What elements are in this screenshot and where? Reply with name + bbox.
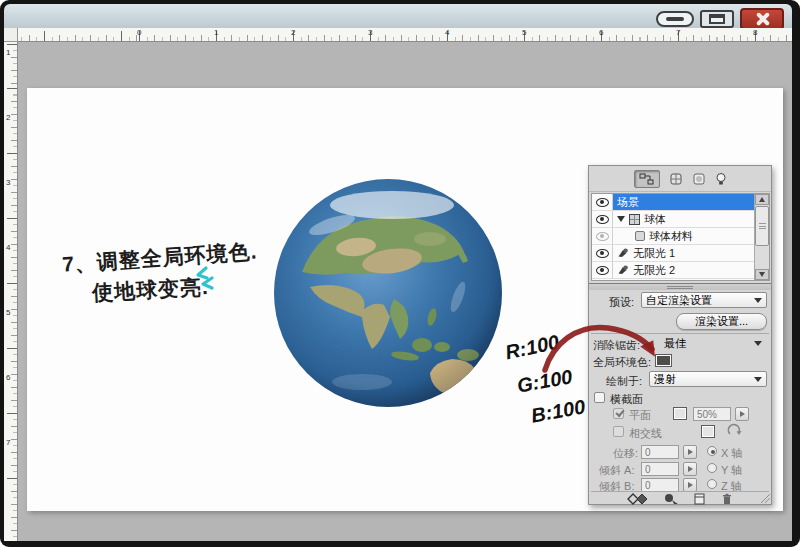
offset-value: 0 — [645, 447, 651, 458]
filter-light-button[interactable] — [715, 172, 727, 186]
ambient-color-label: 全局环境色: — [593, 355, 651, 370]
tree-row-sphere[interactable]: 球体 — [592, 211, 769, 228]
ruler-number: 4 — [6, 243, 10, 252]
plane-color-swatch[interactable] — [673, 407, 687, 420]
preset-label: 预设: — [609, 295, 634, 310]
tilt-b-field[interactable]: 0 — [641, 478, 679, 492]
preset-value: 自定渲染设置 — [646, 293, 750, 308]
plane-opacity-stepper[interactable] — [735, 407, 749, 421]
plane-label: 平面 — [629, 408, 651, 423]
offset-field[interactable]: 0 — [641, 445, 679, 459]
tree-row-light-2[interactable]: 无限光 2 — [592, 262, 769, 279]
scrollbar-thumb[interactable] — [755, 206, 769, 246]
chevron-down-icon — [754, 377, 762, 382]
minimize-icon — [666, 17, 684, 21]
tree-row-light-1[interactable]: 无限光 1 — [592, 245, 769, 262]
new-item-button[interactable] — [693, 493, 707, 505]
stepper-arrow-icon — [688, 482, 693, 488]
panel-bottom-bar — [589, 493, 771, 505]
scene-tree: 场景 球体 球体材料 — [591, 193, 770, 281]
flip-cross-section-icon[interactable] — [727, 423, 743, 439]
close-icon — [753, 10, 771, 28]
axis-y-label: Y 轴 — [721, 463, 742, 478]
visibility-cell[interactable] — [592, 245, 613, 261]
eye-icon — [596, 198, 609, 207]
panel-splitter-grip[interactable] — [589, 283, 771, 290]
tree-label: 球体材料 — [649, 229, 693, 244]
scroll-down-button[interactable] — [755, 269, 769, 280]
tree-label: 球体 — [644, 212, 666, 227]
ruler-number: 1 — [214, 28, 218, 37]
cross-section-checkbox[interactable] — [594, 392, 605, 403]
sparkle-mark — [188, 262, 224, 298]
material-filter-icon — [692, 172, 706, 186]
eye-icon — [596, 249, 609, 258]
plane-checkbox[interactable] — [613, 408, 624, 419]
eye-icon — [596, 232, 609, 241]
delete-button[interactable] — [721, 493, 733, 505]
trash-icon — [721, 493, 733, 505]
visibility-cell[interactable] — [592, 194, 613, 210]
render-settings-label: 渲染设置... — [695, 314, 748, 329]
panel-resize-grip[interactable] — [760, 493, 770, 503]
application-window: 012345678 1234567 — [0, 0, 800, 547]
tree-row-sphere-material[interactable]: 球体材料 — [592, 228, 769, 245]
offset-stepper[interactable] — [683, 445, 697, 459]
chevron-down-icon — [754, 298, 762, 303]
tilt-a-stepper[interactable] — [683, 462, 697, 476]
filter-mesh-button[interactable] — [669, 172, 683, 186]
ruler-corner — [4, 28, 18, 42]
panel-filter-strip — [589, 166, 771, 192]
ruler-number: 6 — [599, 28, 603, 37]
antialias-label: 消除锯齿: — [593, 338, 640, 353]
axis-x-radio[interactable] — [707, 446, 717, 456]
maximize-button[interactable] — [700, 10, 734, 28]
light-icon — [617, 247, 629, 259]
intersection-checkbox[interactable] — [613, 426, 624, 437]
intersection-color-swatch[interactable] — [701, 425, 715, 438]
plane-opacity-value: 50% — [697, 409, 717, 420]
toggle-lights-button[interactable] — [663, 493, 679, 505]
material-icon — [635, 231, 645, 241]
tilt-b-stepper[interactable] — [683, 478, 697, 492]
axis-y-radio[interactable] — [707, 463, 717, 473]
preset-dropdown[interactable]: 自定渲染设置 — [641, 292, 767, 308]
ruler-number: 5 — [6, 308, 10, 317]
paint-on-dropdown[interactable]: 漫射 — [649, 371, 767, 387]
mesh-icon — [629, 214, 640, 225]
earth-globe[interactable] — [272, 177, 504, 409]
minimize-button[interactable] — [656, 11, 694, 27]
toggle-ground-plane-button[interactable] — [627, 493, 649, 505]
light-icon — [617, 264, 629, 276]
divider — [591, 491, 769, 492]
paint-on-value: 漫射 — [654, 372, 750, 387]
visibility-cell[interactable] — [592, 228, 613, 244]
panel-3d-scene: 场景 球体 球体材料 — [588, 165, 772, 505]
render-settings-button[interactable]: 渲染设置... — [676, 313, 767, 330]
disclosure-triangle-icon[interactable] — [617, 216, 625, 222]
chevron-down-icon — [754, 341, 762, 346]
scroll-up-button[interactable] — [755, 194, 769, 205]
tree-scrollbar[interactable] — [754, 194, 769, 280]
tilt-b-value: 0 — [645, 480, 651, 491]
filter-scene-button[interactable] — [634, 170, 660, 188]
ground-plane-icon — [627, 493, 649, 505]
filter-material-button[interactable] — [692, 172, 706, 186]
tilt-a-label: 倾斜 A: — [599, 463, 634, 478]
ruler-number: 6 — [6, 373, 10, 382]
ambient-color-swatch[interactable] — [655, 354, 672, 367]
title-bar[interactable] — [4, 4, 792, 28]
antialias-value: 最佳 — [664, 336, 750, 351]
tree-row-scene[interactable]: 场景 — [592, 194, 769, 211]
visibility-cell[interactable] — [592, 262, 613, 278]
stepper-arrow-icon — [688, 466, 693, 472]
eye-icon — [596, 266, 609, 275]
plane-opacity-field[interactable]: 50% — [693, 407, 731, 421]
tilt-a-field[interactable]: 0 — [641, 462, 679, 476]
close-button[interactable] — [740, 8, 784, 30]
axis-z-radio[interactable] — [707, 479, 717, 489]
antialias-dropdown[interactable]: 最佳 — [659, 335, 767, 351]
new-item-icon — [693, 493, 707, 505]
ruler-number: 0 — [137, 28, 141, 37]
visibility-cell[interactable] — [592, 211, 613, 227]
